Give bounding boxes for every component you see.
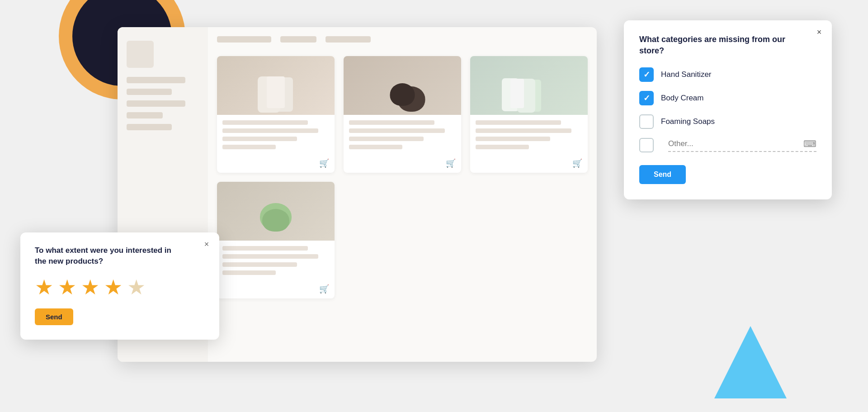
product-name-line-4 <box>222 246 308 251</box>
product-desc2-line-2 <box>349 137 424 141</box>
product-name-line-2 <box>349 120 434 125</box>
rating-popup: × To what extent were you interested in … <box>20 232 219 340</box>
survey-send-button[interactable]: Send <box>639 165 686 184</box>
product-name-line-1 <box>222 120 308 125</box>
survey-close-button[interactable]: × <box>814 27 825 38</box>
store-topbar <box>217 36 588 43</box>
checkbox-other[interactable] <box>639 138 654 152</box>
product-card-1[interactable]: 🛒 <box>217 56 335 173</box>
survey-popup: × What categories are missing from our s… <box>624 20 832 199</box>
star-2[interactable]: ★ <box>58 277 76 298</box>
other-input-wrapper: ⌨ <box>668 138 816 152</box>
stars-row: ★ ★ ★ ★ ★ <box>35 277 205 298</box>
checkbox-label-hand-sanitizer: Hand Sanitizer <box>661 70 712 79</box>
product-image-1 <box>217 56 335 115</box>
sidebar-line-4 <box>127 112 163 118</box>
product-card-4[interactable]: 🛒 <box>217 182 335 298</box>
checkbox-list: Hand Sanitizer Body Cream Foaming Soaps … <box>639 67 816 152</box>
product-image-4 <box>217 182 335 241</box>
checkbox-body-cream[interactable] <box>639 91 654 105</box>
product-card-2[interactable]: 🛒 <box>344 56 461 173</box>
cart-icon-wrapper-1[interactable]: 🛒 <box>217 158 335 173</box>
product-desc2-line-3 <box>476 137 550 141</box>
checkbox-item-foaming-soaps: Foaming Soaps <box>639 114 816 129</box>
checkbox-item-hand-sanitizer: Hand Sanitizer <box>639 67 816 82</box>
cart-icon-wrapper-4[interactable]: 🛒 <box>217 284 335 298</box>
product-info-2 <box>344 115 461 158</box>
sidebar-logo <box>127 41 154 68</box>
product-desc-line-3 <box>476 128 571 133</box>
keyboard-icon: ⌨ <box>803 138 816 149</box>
survey-title: What categories are missing from our sto… <box>639 34 797 57</box>
cart-icon-1[interactable]: 🛒 <box>319 158 329 168</box>
star-5[interactable]: ★ <box>127 277 146 298</box>
sidebar-line-1 <box>127 77 185 83</box>
product-price-line-3 <box>476 145 529 149</box>
other-input[interactable] <box>668 139 800 148</box>
star-1[interactable]: ★ <box>35 277 53 298</box>
sidebar-line-3 <box>127 100 185 107</box>
product-desc2-line-4 <box>222 262 297 267</box>
rating-question: To what extent were you interested in th… <box>35 245 179 267</box>
cart-icon-2[interactable]: 🛒 <box>446 158 456 168</box>
product-price-line-1 <box>222 145 276 149</box>
product-desc-line-4 <box>222 254 318 259</box>
topbar-pill-2 <box>280 36 316 43</box>
checkbox-hand-sanitizer[interactable] <box>639 67 654 82</box>
rating-close-button[interactable]: × <box>201 239 212 250</box>
product-info-1 <box>217 115 335 158</box>
cart-icon-3[interactable]: 🛒 <box>572 158 582 168</box>
checkbox-item-other: ⌨ <box>639 138 816 152</box>
cart-icon-wrapper-2[interactable]: 🛒 <box>344 158 461 173</box>
checkbox-foaming-soaps[interactable] <box>639 114 654 129</box>
sidebar-line-2 <box>127 89 172 95</box>
product-name-line-3 <box>476 120 561 125</box>
product-desc-line-2 <box>349 128 445 133</box>
store-main: 🛒 🛒 <box>208 27 597 362</box>
product-info-3 <box>470 115 588 158</box>
topbar-pill-1 <box>217 36 271 43</box>
star-4[interactable]: ★ <box>104 277 123 298</box>
product-desc-line-1 <box>222 128 318 133</box>
rating-send-button[interactable]: Send <box>35 308 73 325</box>
star-3[interactable]: ★ <box>81 277 99 298</box>
product-info-4 <box>217 241 335 284</box>
decorative-triangle <box>714 326 787 398</box>
sidebar-line-5 <box>127 124 172 130</box>
product-price-line-4 <box>222 270 276 275</box>
product-price-line-2 <box>349 145 402 149</box>
checkbox-label-body-cream: Body Cream <box>661 94 703 103</box>
product-desc2-line-1 <box>222 137 297 141</box>
cart-icon-4[interactable]: 🛒 <box>319 284 329 294</box>
cart-icon-wrapper-3[interactable]: 🛒 <box>470 158 588 173</box>
checkbox-label-foaming-soaps: Foaming Soaps <box>661 117 715 126</box>
product-grid: 🛒 🛒 <box>217 56 588 298</box>
product-card-3[interactable]: 🛒 <box>470 56 588 173</box>
product-image-2 <box>344 56 461 115</box>
checkbox-item-body-cream: Body Cream <box>639 91 816 105</box>
topbar-pill-3 <box>326 36 371 43</box>
product-image-3 <box>470 56 588 115</box>
